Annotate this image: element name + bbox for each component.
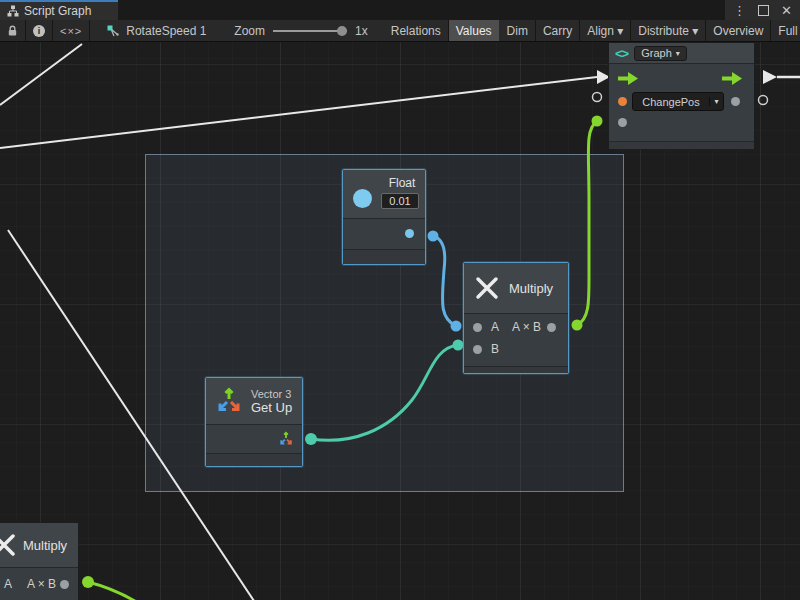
float-title: Float bbox=[381, 176, 423, 190]
toolbar-button-fullscreen[interactable]: Full Screen bbox=[771, 20, 800, 41]
vector3-type-label: Vector 3 bbox=[251, 388, 292, 400]
node-vector3-getup[interactable]: Vector 3 Get Up bbox=[205, 377, 303, 467]
multiply2-result-port[interactable] bbox=[60, 580, 69, 589]
zoom-slider[interactable] bbox=[273, 30, 347, 32]
graph-ref-icon bbox=[106, 24, 120, 38]
multiply-b-port[interactable] bbox=[473, 345, 482, 354]
tab-script-graph[interactable]: Script Graph bbox=[0, 0, 118, 20]
toolbar-button-distribute[interactable]: Distribute ▾ bbox=[631, 20, 706, 41]
multiply-result-label: A × B bbox=[512, 320, 541, 334]
info-button[interactable]: i bbox=[26, 20, 53, 41]
multiply2-title: Multiply bbox=[23, 538, 67, 553]
graph-toolbar: i <×> RotateSpeed 1 Zoom 1x Relations Va… bbox=[0, 20, 800, 42]
zoom-slider-handle[interactable] bbox=[337, 26, 347, 36]
float-node-footer bbox=[343, 250, 425, 264]
script-graph-window: Script Graph ⋮ ✕ i <×> Ro bbox=[0, 0, 800, 600]
zoom-value: 1x bbox=[355, 24, 368, 38]
wire-end-multiply2-result bbox=[82, 576, 94, 588]
toolbar-button-dim[interactable]: Dim bbox=[500, 20, 536, 41]
float-output-port[interactable] bbox=[405, 229, 414, 238]
chevron-down-icon: ▾ bbox=[676, 49, 680, 58]
zoom-label: Zoom bbox=[234, 24, 265, 38]
code-icon: <×> bbox=[60, 25, 82, 37]
graph-ref-label: RotateSpeed 1 bbox=[126, 24, 206, 38]
multiply-a-label: A bbox=[491, 320, 499, 334]
titlebar-spacer bbox=[118, 0, 725, 20]
vector3-node-footer bbox=[206, 454, 302, 466]
flow-output-arrow-icon[interactable] bbox=[721, 72, 743, 85]
ring-endpoint-right bbox=[759, 96, 768, 105]
wire-multiply2-result-out bbox=[88, 582, 172, 600]
toolbar-button-carry[interactable]: Carry bbox=[536, 20, 580, 41]
wire-end-graph-value-input bbox=[592, 116, 603, 127]
multiply2-result-label: A × B bbox=[27, 577, 56, 591]
node-multiply-2[interactable]: Multiply A A × B bbox=[0, 522, 79, 600]
getup-title: Get Up bbox=[251, 400, 292, 415]
code-preview-button[interactable]: <×> bbox=[53, 20, 90, 41]
title-bar: Script Graph ⋮ ✕ bbox=[0, 0, 800, 20]
toolbar-button-align[interactable]: Align ▾ bbox=[580, 20, 631, 41]
float-icon bbox=[353, 189, 372, 208]
node-float[interactable]: Float 0.01 bbox=[342, 169, 426, 265]
flow-input-arrow-icon[interactable] bbox=[617, 72, 639, 85]
flow-arrowhead-graph-output bbox=[763, 70, 777, 84]
window-controls: ⋮ ✕ bbox=[725, 0, 800, 20]
node-graph[interactable]: <> Graph ▾ ChangePos ▾ bbox=[608, 42, 755, 150]
close-icon[interactable]: ✕ bbox=[781, 4, 792, 17]
graph-hierarchy-icon bbox=[7, 5, 19, 17]
toolbar-button-values[interactable]: Values bbox=[449, 20, 500, 41]
multiply-b-label: B bbox=[491, 342, 499, 356]
zoom-control: Zoom 1x bbox=[226, 20, 375, 41]
info-icon: i bbox=[33, 25, 45, 37]
graph-code-icon: <> bbox=[615, 46, 628, 61]
ring-endpoint-left bbox=[593, 93, 602, 102]
node-multiply[interactable]: Multiply A A × B B bbox=[463, 262, 569, 374]
multiply-node-footer bbox=[464, 367, 568, 373]
float-value-input[interactable]: 0.01 bbox=[381, 193, 419, 209]
graph-canvas[interactable]: <> Graph ▾ ChangePos ▾ bbox=[0, 42, 800, 600]
graph-value-input-port[interactable] bbox=[618, 118, 627, 127]
graph-reference[interactable]: RotateSpeed 1 bbox=[98, 20, 214, 41]
graph-value-output-port[interactable] bbox=[731, 97, 740, 106]
vector3-output-port[interactable] bbox=[278, 431, 294, 447]
multiply-a-port[interactable] bbox=[473, 323, 482, 332]
tab-title: Script Graph bbox=[24, 4, 91, 18]
chevron-down-icon: ▾ bbox=[709, 97, 723, 106]
graph-dropdown[interactable]: Graph ▾ bbox=[634, 46, 687, 61]
toolbar-button-relations[interactable]: Relations bbox=[384, 20, 449, 41]
lock-icon bbox=[7, 25, 18, 37]
lock-button[interactable] bbox=[0, 20, 26, 41]
graph-changepos-port[interactable] bbox=[618, 97, 627, 106]
multiply-result-port[interactable] bbox=[547, 323, 556, 332]
wire-white-topleft bbox=[0, 44, 82, 105]
multiply-icon bbox=[474, 275, 500, 301]
toolbar-button-overview[interactable]: Overview bbox=[706, 20, 771, 41]
maximize-icon[interactable] bbox=[758, 5, 769, 16]
multiply-title: Multiply bbox=[509, 281, 553, 296]
graph-node-footer bbox=[609, 142, 754, 149]
wire-white-into-graph bbox=[0, 77, 597, 148]
window-menu-icon[interactable]: ⋮ bbox=[733, 4, 746, 17]
changepos-dropdown[interactable]: ChangePos ▾ bbox=[632, 92, 724, 111]
multiply2-a-label: A bbox=[4, 577, 12, 591]
multiply-icon bbox=[0, 532, 17, 558]
vector3-icon bbox=[214, 386, 244, 416]
